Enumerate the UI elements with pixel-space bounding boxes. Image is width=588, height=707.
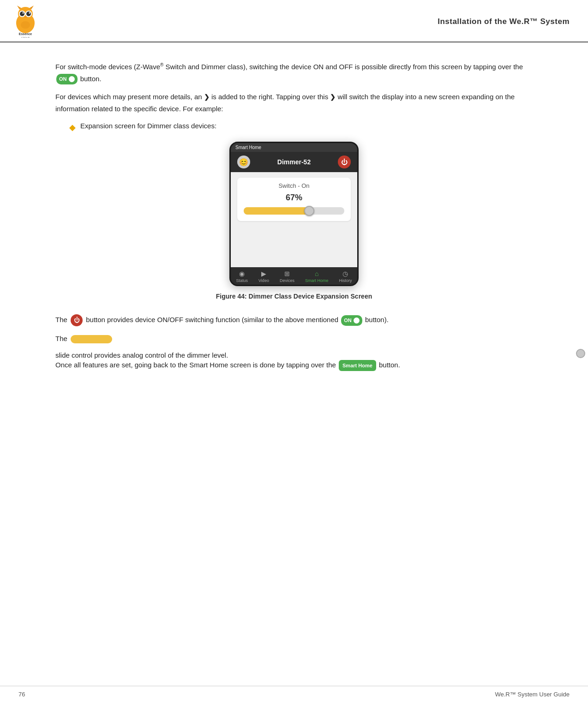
slider-inline-thumb bbox=[576, 349, 585, 358]
page-number: 76 bbox=[18, 691, 25, 698]
smart-home-button-inline[interactable]: Smart Home bbox=[339, 360, 376, 371]
svg-point-7 bbox=[26, 12, 31, 16]
on-label-2: ON bbox=[344, 316, 352, 325]
page-footer: 76 We.R™ System User Guide bbox=[0, 686, 588, 698]
nav-label-history: History bbox=[339, 278, 352, 283]
slider-thumb[interactable] bbox=[304, 206, 314, 216]
header-title: Installation of the We.R™ System bbox=[438, 17, 570, 26]
after-fig3-text2: button. bbox=[379, 361, 400, 369]
nav-item-smart-home[interactable]: ⌂ Smart Home bbox=[305, 270, 329, 283]
switch-on-label: Switch - On bbox=[244, 182, 344, 189]
phone-status-bar: Smart Home bbox=[231, 143, 357, 152]
after-figure-para2: The bbox=[55, 333, 533, 345]
phone-nav-bar: ◉ Status ▶ Video ⊞ Devices ⌂ Smart Home … bbox=[231, 267, 357, 285]
para1-text3: button. bbox=[80, 75, 102, 83]
figure-caption: Figure 44: Dimmer Class Device Expansion… bbox=[216, 293, 372, 300]
on-toggle-button[interactable]: ON bbox=[56, 74, 78, 84]
slider-inline-control[interactable] bbox=[71, 335, 112, 343]
phone-card: Switch - On 67% bbox=[237, 178, 351, 221]
chevron-right-icon-2: ❯ bbox=[330, 92, 336, 103]
nav-item-history[interactable]: ◷ History bbox=[339, 270, 352, 283]
after-fig3-text1: Once all features are set, going back to… bbox=[55, 361, 336, 369]
phone-face-icon: 😊 bbox=[237, 156, 250, 168]
toggle-circle bbox=[69, 76, 75, 82]
para1-text2: Switch and Dimmer class), switching the … bbox=[163, 63, 523, 71]
nav-label-smart-home: Smart Home bbox=[305, 278, 329, 283]
devices-nav-icon: ⊞ bbox=[284, 270, 290, 277]
logo-area: Essence GROUP bbox=[9, 6, 42, 38]
after-fig-text2: button provides device ON/OFF switching … bbox=[86, 316, 338, 324]
nav-label-status: Status bbox=[236, 278, 248, 283]
after-figure-para1: The ⏻ button provides device ON/OFF swit… bbox=[55, 314, 533, 326]
phone-top-bar: 😊 Dimmer-52 ⏻ bbox=[231, 152, 357, 172]
phone-power-button[interactable]: ⏻ bbox=[338, 156, 351, 168]
chevron-right-icon: ❯ bbox=[204, 92, 210, 103]
paragraph-2: For devices which may present more detai… bbox=[55, 91, 533, 114]
after-fig-text3: button). bbox=[365, 316, 389, 324]
product-name: We.R™ System User Guide bbox=[495, 691, 570, 698]
slider-fill bbox=[244, 207, 309, 215]
toggle-circle-2 bbox=[354, 318, 360, 324]
bullet-text: Expansion screen for Dimmer class device… bbox=[80, 122, 216, 130]
svg-point-9 bbox=[29, 12, 30, 14]
power-icon-inline[interactable]: ⏻ bbox=[71, 314, 83, 326]
nav-item-video[interactable]: ▶ Video bbox=[258, 270, 269, 283]
on-toggle-button-2[interactable]: ON bbox=[341, 315, 362, 326]
svg-point-6 bbox=[20, 12, 24, 16]
bullet-item: ◆ Expansion screen for Dimmer class devi… bbox=[69, 122, 533, 132]
on-label: ON bbox=[59, 75, 67, 84]
page-header: Essence GROUP Installation of the We.R™ … bbox=[0, 0, 588, 42]
nav-item-devices[interactable]: ⊞ Devices bbox=[280, 270, 294, 283]
svg-text:GROUP: GROUP bbox=[21, 36, 30, 38]
nav-label-devices: Devices bbox=[280, 278, 294, 283]
svg-point-8 bbox=[23, 12, 24, 14]
svg-point-11 bbox=[21, 21, 30, 29]
essence-logo: Essence GROUP bbox=[9, 6, 42, 38]
smarthome-nav-icon: ⌂ bbox=[315, 270, 318, 277]
after-fig2-text1: The bbox=[55, 335, 67, 342]
phone-mockup: Smart Home 😊 Dimmer-52 ⏻ Switch - On 67% bbox=[229, 142, 359, 286]
main-content: For switch-mode devices (Z-Wave® Switch … bbox=[0, 42, 588, 405]
nav-label-video: Video bbox=[258, 278, 269, 283]
para1-text1: For switch-mode devices (Z-Wave bbox=[55, 63, 160, 71]
nav-item-status[interactable]: ◉ Status bbox=[236, 270, 248, 283]
phone-device-name: Dimmer-52 bbox=[277, 158, 311, 166]
after-fig2-text2: slide control provides analog control of… bbox=[55, 351, 228, 359]
svg-text:Essence: Essence bbox=[19, 32, 32, 36]
video-nav-icon: ▶ bbox=[261, 270, 266, 277]
paragraph-1: For switch-mode devices (Z-Wave® Switch … bbox=[55, 61, 533, 84]
after-fig-text1: The bbox=[55, 316, 67, 324]
diamond-bullet: ◆ bbox=[69, 122, 76, 132]
phone-container: Smart Home 😊 Dimmer-52 ⏻ Switch - On 67% bbox=[55, 142, 533, 309]
phone-empty-space bbox=[237, 225, 351, 262]
history-nav-icon: ◷ bbox=[342, 270, 348, 277]
phone-content: Switch - On 67% bbox=[231, 172, 357, 267]
after-figure-para3: Once all features are set, going back to… bbox=[55, 359, 533, 371]
dimmer-slider-track[interactable] bbox=[244, 207, 344, 215]
status-nav-icon: ◉ bbox=[239, 270, 245, 277]
percent-label: 67% bbox=[244, 193, 344, 203]
